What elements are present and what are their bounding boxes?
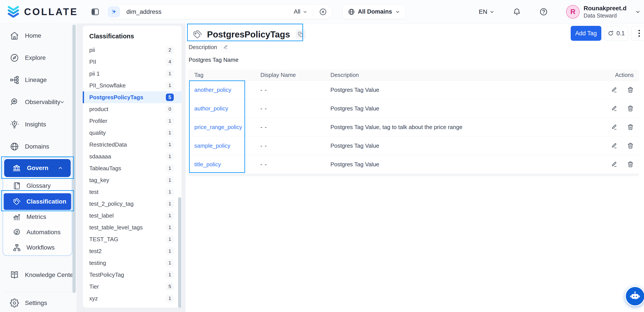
classification-item[interactable]: TableauTags1	[83, 162, 182, 174]
search-input[interactable]	[126, 8, 294, 15]
sidebar-item-govern[interactable]: Govern	[4, 159, 71, 177]
add-tag-button[interactable]: Add Tag	[571, 26, 601, 41]
sidebar-item-glossary[interactable]: Glossary	[4, 178, 71, 194]
edit-tag-icon[interactable]	[611, 105, 618, 112]
classification-item[interactable]: pii 11	[83, 68, 182, 80]
classification-item[interactable]: test21	[83, 245, 182, 257]
count-badge: 1	[166, 117, 174, 125]
classification-name: pii 1	[89, 70, 100, 77]
classification-item[interactable]: product0	[83, 103, 182, 115]
chevron-down-icon	[303, 10, 308, 14]
classification-item[interactable]: PII_Snowflake1	[83, 80, 182, 91]
classification-item[interactable]: Tier5	[83, 281, 182, 292]
user-menu[interactable]: Rounakpreet.d Data Steward	[584, 5, 626, 19]
description-label: Description	[189, 44, 217, 51]
copy-icon[interactable]	[296, 29, 306, 40]
sidebar-item-label: Glossary	[26, 182, 50, 189]
classification-name: test_2_policy_tag	[89, 201, 134, 207]
sidebar-item-settings[interactable]: Settings	[0, 292, 76, 312]
home-icon	[10, 31, 19, 40]
delete-tag-icon[interactable]	[627, 161, 634, 168]
global-search-bar: All	[105, 5, 332, 19]
sidebar-item-lineage[interactable]: Lineage	[0, 69, 76, 91]
bank-icon	[12, 164, 21, 173]
delete-tag-icon[interactable]	[627, 87, 634, 93]
chatbot-button[interactable]	[625, 286, 644, 306]
book-icon	[12, 182, 21, 190]
sidebar-collapse-icon[interactable]	[91, 8, 99, 16]
description-cell: Postgres Tag Value, tag to talk about th…	[330, 118, 593, 136]
sidebar-item-insights[interactable]: Insights	[0, 113, 76, 135]
user-name: Rounakpreet.d	[584, 5, 626, 12]
notifications-bell-icon[interactable]	[513, 8, 521, 16]
all-domains-dropdown[interactable]: All Domains	[342, 5, 406, 19]
delete-tag-icon[interactable]	[627, 142, 634, 149]
search-scope-dropdown[interactable]: All	[294, 8, 307, 15]
classification-item[interactable]: test_table_level_tags1	[83, 222, 182, 233]
sidebar-item-knowledge-center[interactable]: Knowledge Center	[0, 264, 76, 286]
metrics-icon	[12, 213, 21, 221]
sidebar-item-classification[interactable]: Classification	[4, 193, 71, 210]
lineage-icon	[10, 75, 19, 85]
app-root: { "colors": { "annotation_blue": "#1b9af…	[0, 0, 644, 312]
classification-item[interactable]: test1	[83, 186, 182, 198]
classification-name: TestPolicyTag	[89, 271, 124, 278]
classification-item[interactable]: testing1	[83, 257, 182, 269]
classification-item[interactable]: RestrictedData1	[83, 139, 182, 150]
sidebar-item-label: Govern	[27, 165, 48, 172]
tag-link[interactable]: another_policy	[194, 87, 231, 93]
edit-tag-icon[interactable]	[611, 161, 618, 168]
sidebar-item-home[interactable]: Home	[0, 25, 76, 47]
version-button[interactable]: 0.1	[604, 26, 628, 41]
sidebar-item-explore[interactable]: Explore	[0, 47, 76, 69]
classification-item[interactable]: tag_key1	[83, 174, 182, 186]
count-badge: 1	[166, 165, 174, 172]
display-name-cell: - -	[260, 81, 330, 99]
chevron-down-icon[interactable]	[635, 9, 640, 15]
classification-item[interactable]: TEST_TAG1	[83, 233, 182, 245]
tag-link[interactable]: title_policy	[194, 161, 221, 168]
language-dropdown[interactable]: EN	[479, 8, 494, 15]
count-badge: 0	[166, 105, 174, 113]
classification-name: test_label	[89, 212, 114, 219]
search-clear-icon[interactable]	[319, 8, 327, 16]
tags-icon	[192, 29, 203, 40]
classification-item[interactable]: pii2	[83, 44, 182, 56]
sidebar-item-observability[interactable]: Observability	[0, 91, 76, 113]
edit-tag-icon[interactable]	[611, 124, 618, 130]
count-badge: 1	[166, 200, 174, 208]
sidebar-item-metrics[interactable]: Metrics	[4, 209, 71, 225]
classification-name: sdaaaaa	[89, 153, 111, 160]
classification-item[interactable]: Profiler1	[83, 115, 182, 127]
tag-link[interactable]: price_range_policy	[194, 124, 242, 130]
tag-link[interactable]: author_policy	[194, 105, 228, 112]
help-icon[interactable]	[540, 8, 548, 16]
classification-name: product	[89, 106, 108, 113]
delete-tag-icon[interactable]	[627, 105, 634, 112]
classification-item[interactable]: test_label1	[83, 210, 182, 222]
tag-link[interactable]: sample_policy	[194, 142, 230, 149]
delete-tag-icon[interactable]	[627, 124, 634, 130]
tags-table: Tag Display Name Description Actions ano…	[188, 70, 639, 174]
classifications-scrollbar[interactable]	[178, 197, 181, 308]
kebab-menu-icon[interactable]	[631, 26, 644, 41]
classification-item[interactable]: TestPolicyTag1	[83, 269, 182, 281]
classification-name: Profiler	[89, 118, 107, 124]
sidebar-item-workflows[interactable]: Workflows	[4, 240, 71, 255]
sidebar-item-domains[interactable]: Domains	[0, 136, 76, 158]
edit-tag-icon[interactable]	[611, 142, 618, 149]
classification-item[interactable]: xyz1	[83, 292, 182, 304]
edit-description-icon[interactable]	[221, 43, 230, 52]
classification-item[interactable]: test_2_policy_tag1	[83, 198, 182, 210]
collate-logo[interactable]: COLLATE	[6, 6, 78, 18]
classification-name: TEST_TAG	[89, 236, 118, 243]
edit-tag-icon[interactable]	[611, 87, 618, 93]
classification-item[interactable]: quality1	[83, 127, 182, 139]
left-sidebar: Home Explore Lineage	[0, 24, 76, 312]
classification-item[interactable]: sdaaaaa1	[83, 150, 182, 162]
classification-item-selected[interactable]: PostgresPolicyTags5	[83, 91, 182, 103]
user-avatar[interactable]: R	[566, 5, 580, 19]
sidebar-item-automations[interactable]: Automations	[4, 224, 71, 240]
classification-item[interactable]: PII4	[83, 56, 182, 68]
sidebar-scrollbar[interactable]	[72, 25, 76, 293]
